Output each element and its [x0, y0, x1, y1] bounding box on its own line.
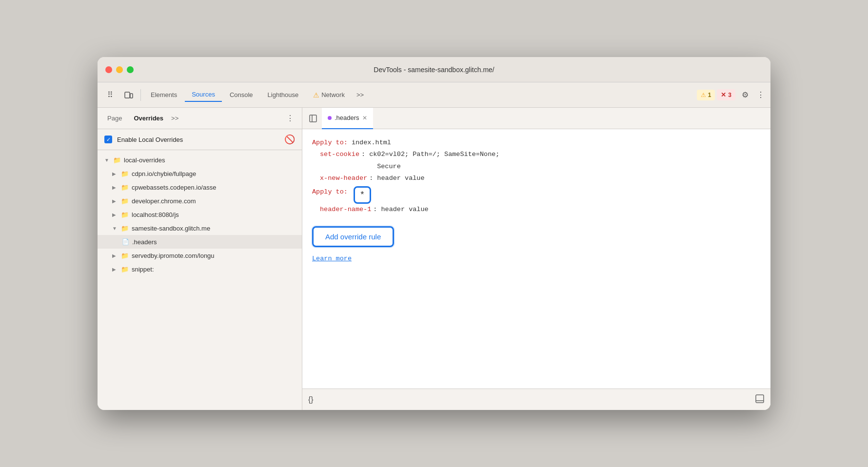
tree-item-label: cpwebassets.codepen.io/asse	[132, 184, 216, 191]
tree-arrow-expanded: ▼	[104, 157, 110, 163]
folder-icon: 📁	[121, 170, 129, 177]
sidebar-more-button[interactable]: >>	[171, 115, 178, 122]
set-cookie-key: set-cookie	[320, 149, 359, 160]
tree-arrow-collapsed: ▶	[112, 171, 118, 176]
editor-tab-headers[interactable]: .headers ✕	[322, 108, 373, 129]
editor-tab-label: .headers	[335, 114, 359, 121]
tree-item-devchrome[interactable]: ▶ 📁 developer.chrome.com	[98, 194, 302, 208]
settings-icon[interactable]: ⚙	[737, 87, 753, 103]
folder-icon: 📁	[121, 225, 129, 232]
x-new-header-val: header value	[377, 173, 424, 184]
tree-item-label: local-overrides	[124, 156, 165, 164]
tree-item-snippet[interactable]: ▶ 📁 snippet:	[98, 262, 302, 276]
sidebar-tab-page[interactable]: Page	[103, 113, 126, 124]
enable-overrides-checkbox[interactable]: ✓	[104, 136, 112, 143]
bottom-bar: {}	[302, 389, 770, 410]
learn-more-section: Learn more	[312, 250, 761, 265]
apply-to-2-label: Apply to:	[312, 186, 348, 204]
sidebar-toggle-icon[interactable]	[306, 112, 320, 125]
window-title: DevTools - samesite-sandbox.glitch.me/	[374, 66, 494, 74]
tab-sources[interactable]: Sources	[185, 88, 222, 102]
code-editor[interactable]: Apply to: index.html set-cookie : ck02=v…	[302, 129, 770, 389]
tree-item-label: localhost:8080/js	[132, 211, 179, 218]
header-name-val: header value	[381, 204, 428, 215]
tree-item-samesite[interactable]: ▼ 📁 samesite-sandbox.glitch.me	[98, 221, 302, 235]
close-button[interactable]	[105, 66, 112, 73]
tab-elements[interactable]: Elements	[144, 88, 184, 101]
folder-icon: 📁	[121, 252, 129, 259]
tree-item-localhost[interactable]: ▶ 📁 localhost:8080/js	[98, 208, 302, 221]
enable-overrides-label: Enable Local Overrides	[117, 136, 183, 143]
tab-console[interactable]: Console	[223, 88, 260, 101]
tree-arrow-collapsed: ▶	[112, 267, 118, 272]
apply-to-1-label: Apply to:	[312, 137, 348, 149]
devtools-window: DevTools - samesite-sandbox.glitch.me/ ⠿…	[98, 57, 770, 410]
sidebar-menu-icon[interactable]: ⋮	[284, 113, 296, 124]
minimize-button[interactable]	[116, 66, 123, 73]
tree-arrow-collapsed: ▶	[112, 253, 118, 258]
tree-item-label: samesite-sandbox.glitch.me	[132, 225, 210, 232]
inspect-icon[interactable]: ⠿	[101, 86, 119, 104]
network-warning-icon: ⚠	[313, 91, 319, 99]
tab-bar: ⠿ Elements Sources Console Lighthouse ⚠ …	[98, 82, 770, 108]
bottom-right	[755, 394, 765, 406]
sidebar: Page Overrides >> ⋮ ✓ Enable Local Overr…	[98, 108, 302, 410]
header-name-key: header-name-1	[320, 204, 371, 215]
tree-item-servedby[interactable]: ▶ 📁 servedby.ipromote.com/longu	[98, 249, 302, 262]
add-override-rule-button[interactable]: Add override rule	[312, 226, 394, 247]
colon-2: :	[369, 173, 373, 184]
tab-modified-indicator	[328, 116, 332, 120]
folder-icon: 📁	[121, 211, 129, 218]
colon-1: :	[361, 149, 365, 160]
tree-arrow-collapsed: ▶	[112, 212, 118, 217]
tree-item-label: developer.chrome.com	[132, 197, 196, 205]
folder-icon: 📁	[121, 197, 129, 205]
code-line-headername1: header-name-1 : header value	[320, 204, 761, 215]
tab-network[interactable]: ⚠ Network	[306, 88, 352, 102]
main-content: Page Overrides >> ⋮ ✓ Enable Local Overr…	[98, 108, 770, 410]
x-new-header-key: x-new-header	[320, 173, 367, 184]
apply-to-1-val: index.html	[352, 137, 391, 149]
enable-overrides-row: ✓ Enable Local Overrides 🚫	[98, 129, 302, 150]
asterisk-highlighted: *	[354, 186, 371, 204]
folder-icon: 📁	[121, 266, 129, 273]
more-options-icon[interactable]: ⋮	[755, 87, 767, 103]
maximize-button[interactable]	[127, 66, 134, 73]
folder-icon: 📁	[113, 156, 121, 164]
tab-close-icon[interactable]: ✕	[362, 115, 367, 121]
traffic-lights	[105, 66, 134, 73]
warning-icon: ⚠	[701, 92, 706, 98]
tab-separator	[140, 89, 141, 101]
sidebar-tab-overrides[interactable]: Overrides	[130, 113, 167, 124]
tree-item-label: cdpn.io/chybie/fullpage	[132, 170, 196, 177]
tree-item-cpweb[interactable]: ▶ 📁 cpwebassets.codepen.io/asse	[98, 180, 302, 194]
colon-3: :	[373, 204, 377, 215]
tab-lighthouse[interactable]: Lighthouse	[261, 88, 306, 101]
editor-panel: .headers ✕ Apply to: index.html set-cook…	[302, 108, 770, 410]
tree-item-label: .headers	[132, 238, 157, 246]
errors-badge[interactable]: ✕ 3	[717, 89, 735, 100]
set-cookie-val2: Secure	[377, 161, 499, 173]
dock-icon[interactable]	[755, 397, 765, 405]
set-cookie-block: set-cookie : ck02=vl02; Path=/; SameSite…	[320, 149, 761, 173]
code-line-apply2: Apply to: *	[312, 186, 761, 204]
format-pretty-icon[interactable]: {}	[308, 395, 314, 404]
svg-rect-4	[756, 395, 764, 403]
tree-arrow-collapsed: ▶	[112, 198, 118, 204]
block-icon[interactable]: 🚫	[284, 134, 295, 145]
svg-rect-2	[310, 115, 316, 122]
device-icon[interactable]	[120, 86, 138, 104]
error-icon: ✕	[721, 91, 726, 98]
tree-item-local-overrides[interactable]: ▼ 📁 local-overrides	[98, 153, 302, 167]
tab-more-button[interactable]: >>	[353, 88, 368, 101]
tree-item-headers[interactable]: 📄 .headers	[98, 235, 302, 249]
set-cookie-val1: ck02=vl02; Path=/; SameSite=None;	[369, 149, 499, 160]
file-icon: 📄	[122, 238, 129, 245]
sidebar-header: Page Overrides >> ⋮	[98, 108, 302, 129]
learn-more-link[interactable]: Learn more	[312, 253, 352, 265]
code-line-xnewheader: x-new-header : header value	[320, 173, 761, 184]
svg-rect-0	[125, 92, 130, 98]
svg-rect-1	[130, 94, 133, 98]
tree-item-cdpn[interactable]: ▶ 📁 cdpn.io/chybie/fullpage	[98, 167, 302, 180]
warnings-badge[interactable]: ⚠ 1	[697, 90, 715, 100]
